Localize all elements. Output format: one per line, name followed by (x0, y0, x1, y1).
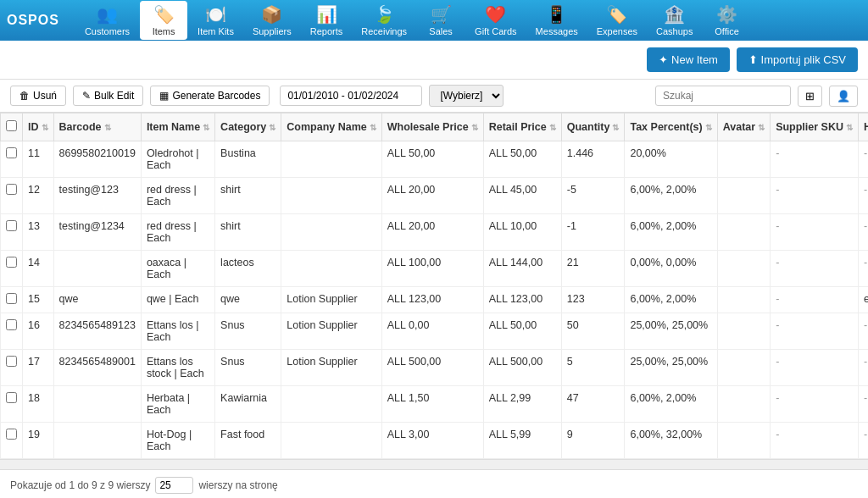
nav-item-customers[interactable]: 👥 Customers (76, 1, 138, 40)
nav-label-items: Items (153, 26, 175, 36)
bulk-edit-button[interactable]: ✎ Bulk Edit (73, 86, 143, 106)
cell-checkbox (1, 386, 23, 423)
cell-tax: 6,00%, 2,00% (625, 386, 717, 423)
row-checkbox[interactable] (6, 392, 17, 403)
generate-barcodes-button[interactable]: ▦ Generate Barcodes (150, 86, 270, 106)
cell-hin: - (859, 141, 869, 178)
filter-button[interactable]: 👤 (829, 86, 858, 107)
cell-id: 14 (23, 251, 54, 287)
cell-name: red dress | Each (141, 214, 214, 251)
nav-item-itemkits[interactable]: 🍽️ Item Kits (189, 1, 242, 40)
col-header-name[interactable]: Item Name⇅ (141, 113, 214, 141)
nav-item-expenses[interactable]: 🏷️ Expenses (588, 1, 646, 40)
nav-label-receivings: Receivings (361, 26, 407, 36)
cell-tax: 6,00%, 2,00% (625, 178, 717, 214)
col-header-barcode[interactable]: Barcode⇅ (53, 113, 141, 141)
row-checkbox[interactable] (6, 429, 17, 440)
cell-tax: 25,00%, 25,00% (625, 313, 717, 350)
cell-company (281, 178, 381, 214)
cell-checkbox (1, 251, 23, 287)
horizontal-scrollbar[interactable] (0, 459, 868, 469)
expenses-icon: 🏷️ (606, 4, 627, 25)
view-toggle-button[interactable]: ⊞ (798, 86, 822, 107)
col-header-retail[interactable]: Retail Price⇅ (483, 113, 561, 141)
generate-barcodes-label: Generate Barcodes (172, 90, 260, 102)
new-item-button[interactable]: ✦ New Item (647, 47, 730, 72)
cell-avatar (717, 178, 770, 214)
cell-tax: 6,00%, 2,00% (625, 214, 717, 251)
nav-item-items[interactable]: 🏷️ Items (140, 1, 187, 40)
cell-sku: - (771, 313, 859, 350)
cell-company (281, 141, 381, 178)
row-checkbox[interactable] (6, 257, 17, 268)
cell-checkbox (1, 287, 23, 313)
col-header-quantity[interactable]: Quantity⇅ (561, 113, 625, 141)
cell-name: oaxaca | Each (141, 251, 214, 287)
import-csv-button[interactable]: ⬆ Importuj plik CSV (737, 47, 858, 72)
cell-retail: ALL 144,00 (483, 251, 561, 287)
cell-tax: 25,00%, 25,00% (625, 350, 717, 386)
cell-sku: - (771, 350, 859, 386)
nav-item-receivings[interactable]: 🍃 Receivings (353, 1, 415, 40)
col-header-tax[interactable]: Tax Percent(s)⇅ (625, 113, 717, 141)
per-page-input[interactable] (155, 477, 193, 494)
cell-barcode: qwe (53, 287, 141, 313)
per-page-suffix: wierszy na stronę (198, 479, 277, 491)
cell-company: Lotion Supplier (281, 350, 381, 386)
col-header-hin[interactable]: HIN⇅ (859, 113, 869, 141)
col-header-wholesale[interactable]: Wholesale Price⇅ (381, 113, 483, 141)
nav-items-container: 👥 Customers🏷️ Items🍽️ Item Kits📦 Supplie… (76, 1, 751, 40)
cell-name: Ettans los | Each (141, 313, 214, 350)
cell-hin: ewqe (859, 287, 869, 313)
row-checkbox[interactable] (6, 147, 17, 158)
cashups-icon: 🏦 (664, 4, 685, 25)
table-header: ID⇅Barcode⇅Item Name⇅Category⇅Company Na… (1, 113, 869, 141)
row-checkbox[interactable] (6, 184, 17, 195)
cell-id: 12 (23, 178, 54, 214)
nav-item-office[interactable]: ⚙️ Office (703, 1, 750, 40)
trash-icon: 🗑 (19, 90, 30, 102)
date-range-input[interactable] (280, 86, 422, 106)
nav-item-giftcards[interactable]: ❤️ Gift Cards (466, 1, 526, 40)
receivings-icon: 🍃 (374, 4, 395, 25)
nav-item-messages[interactable]: 📱 Messages (527, 1, 587, 40)
cell-retail: ALL 2,99 (483, 386, 561, 423)
cell-retail: ALL 10,00 (483, 214, 561, 251)
items-table-wrapper: ID⇅Barcode⇅Item Name⇅Category⇅Company Na… (0, 113, 868, 459)
col-header-avatar[interactable]: Avatar⇅ (717, 113, 770, 141)
table-row: 168234565489123Ettans los | EachSnusLoti… (1, 313, 869, 350)
col-header-sku[interactable]: Supplier SKU⇅ (771, 113, 859, 141)
col-header-checkbox[interactable] (1, 113, 23, 141)
cell-tax: 6,00%, 32,00% (625, 423, 717, 459)
cell-id: 11 (23, 141, 54, 178)
table-row: 15qweqwe | EachqweLotion SupplierALL 123… (1, 287, 869, 313)
table-row: 118699580210019Oledrohot | EachBustinaAL… (1, 141, 869, 178)
col-header-company[interactable]: Company Name⇅ (281, 113, 381, 141)
col-header-category[interactable]: Category⇅ (215, 113, 281, 141)
barcode-icon: ▦ (159, 90, 169, 102)
nav-label-expenses: Expenses (597, 26, 637, 36)
row-checkbox[interactable] (6, 356, 17, 367)
col-header-id[interactable]: ID⇅ (23, 113, 54, 141)
itemkits-icon: 🍽️ (205, 4, 226, 25)
cell-id: 18 (23, 386, 54, 423)
cell-sku: - (771, 141, 859, 178)
row-checkbox[interactable] (6, 319, 17, 330)
row-checkbox[interactable] (6, 293, 17, 304)
delete-button[interactable]: 🗑 Usuń (10, 86, 66, 106)
cell-checkbox (1, 313, 23, 350)
cell-hin: - (859, 178, 869, 214)
nav-item-cashups[interactable]: 🏦 Cashups (648, 1, 701, 40)
search-input[interactable] (655, 86, 791, 106)
row-checkbox[interactable] (6, 220, 17, 231)
cell-avatar (717, 350, 770, 386)
suppliers-icon: 📦 (261, 4, 282, 25)
cell-checkbox (1, 141, 23, 178)
cell-checkbox (1, 423, 23, 459)
nav-item-suppliers[interactable]: 📦 Suppliers (244, 1, 300, 40)
nav-item-reports[interactable]: 📊 Reports (302, 1, 352, 40)
category-select[interactable]: [Wybierz] (429, 85, 504, 107)
cell-hin: - (859, 214, 869, 251)
nav-item-sales[interactable]: 🛒 Sales (417, 1, 465, 40)
select-all-checkbox[interactable] (6, 120, 17, 131)
